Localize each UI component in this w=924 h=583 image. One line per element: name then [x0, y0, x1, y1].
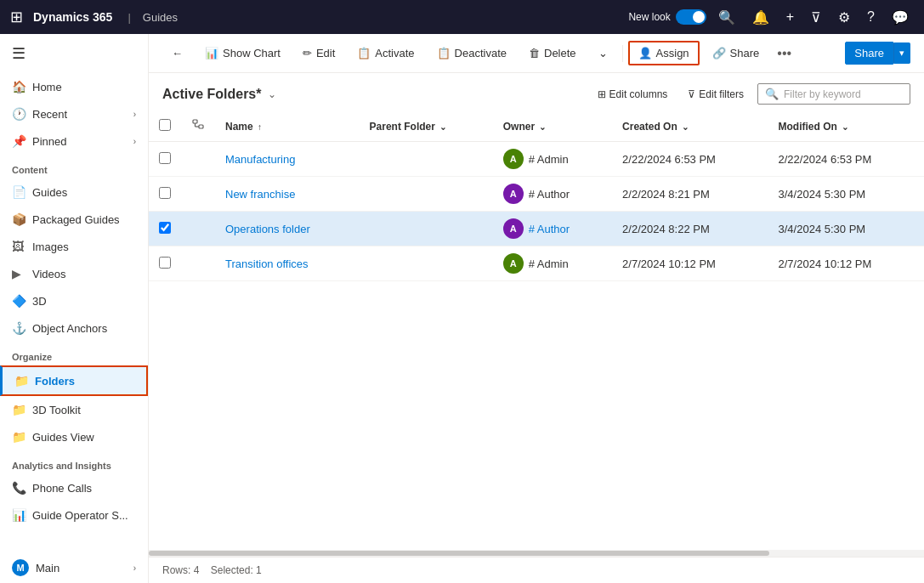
- row-modified-on-cell: 3/4/2024 5:30 PM: [768, 212, 924, 246]
- activate-button[interactable]: 📋 Activate: [348, 42, 423, 65]
- search-icon[interactable]: 🔍: [713, 6, 740, 29]
- created-on-chevron: ⌄: [682, 122, 689, 132]
- sidebar-item-folders[interactable]: 📁 Folders: [0, 365, 148, 396]
- hierarchy-icon: [191, 118, 205, 132]
- select-all-header[interactable]: [149, 111, 181, 142]
- sidebar-item-images[interactable]: 🖼 Images: [0, 233, 148, 260]
- recent-chevron: ›: [133, 110, 136, 119]
- modified-on-header[interactable]: Modified On ⌄: [768, 111, 924, 142]
- sidebar-item-phone-calls[interactable]: 📞 Phone Calls: [0, 474, 148, 501]
- pinned-icon: 📌: [12, 134, 26, 148]
- row-parent-folder-cell: [360, 212, 493, 246]
- row-hierarchy-cell: [181, 246, 215, 281]
- row-name-link[interactable]: Operations folder: [225, 223, 310, 235]
- organize-section-label: Organize: [0, 342, 148, 365]
- toolbar-divider: [622, 45, 623, 62]
- horizontal-scrollbar[interactable]: [149, 550, 924, 557]
- sidebar-item-guides[interactable]: 📄 Guides: [0, 178, 148, 206]
- row-checkbox-cell[interactable]: [149, 212, 181, 246]
- sidebar-item-pinned[interactable]: 📌 Pinned ›: [0, 127, 148, 155]
- row-owner-cell: A # Author: [493, 212, 612, 246]
- show-chart-button[interactable]: 📊 Show Chart: [196, 42, 290, 65]
- assign-icon: 👤: [638, 47, 652, 59]
- row-modified-on-cell: 3/4/2024 5:30 PM: [768, 177, 924, 212]
- share-dropdown-button[interactable]: ▾: [893, 42, 910, 64]
- delete-icon: 🗑: [529, 47, 540, 59]
- assign-button[interactable]: 👤 Assign: [628, 41, 700, 65]
- row-owner-cell: A # Admin: [493, 246, 612, 281]
- owner-header[interactable]: Owner ⌄: [493, 111, 612, 142]
- row-name-link[interactable]: Manufacturing: [225, 153, 295, 166]
- sidebar-item-packaged-guides[interactable]: 📦 Packaged Guides: [0, 206, 148, 233]
- sidebar-item-recent[interactable]: 🕐 Recent ›: [0, 100, 148, 127]
- settings-icon[interactable]: ⚙: [833, 6, 855, 29]
- deactivate-icon: 📋: [437, 47, 451, 59]
- app-name: Guides: [143, 11, 178, 24]
- sidebar-item-object-anchors[interactable]: ⚓ Object Anchors: [0, 314, 148, 342]
- selected-count: Selected: 1: [211, 564, 262, 576]
- delete-button[interactable]: 🗑 Delete: [519, 42, 586, 65]
- row-name-cell: New franchise: [215, 177, 360, 212]
- 3d-icon: 🔷: [12, 294, 26, 308]
- new-look-toggle[interactable]: [676, 9, 706, 25]
- filter-keyword-input[interactable]: [784, 88, 903, 100]
- grid-icon[interactable]: ⊞: [10, 8, 23, 26]
- row-name-link[interactable]: Transition offices: [225, 258, 309, 270]
- sidebar-item-3d[interactable]: 🔷 3D: [0, 287, 148, 314]
- sidebar-item-guide-operator[interactable]: 📊 Guide Operator S...: [0, 501, 148, 529]
- row-name-link[interactable]: New franchise: [225, 188, 295, 201]
- parent-folder-header[interactable]: Parent Folder ⌄: [360, 111, 493, 142]
- row-hierarchy-cell: [181, 177, 215, 212]
- owner-link[interactable]: # Author: [529, 223, 570, 235]
- table-row: New franchise A # Author 2/2/2024 8:21 P…: [149, 177, 924, 212]
- home-icon: 🏠: [12, 80, 26, 93]
- row-created-on-cell: 2/2/2024 8:22 PM: [612, 212, 768, 246]
- sidebar-item-main[interactable]: M Main ›: [0, 552, 148, 583]
- notification-icon[interactable]: 🔔: [747, 6, 774, 29]
- deactivate-button[interactable]: 📋 Deactivate: [428, 42, 516, 65]
- owner-badge: A: [503, 218, 524, 239]
- sidebar-item-3d-toolkit[interactable]: 📁 3D Toolkit: [0, 396, 148, 423]
- row-parent-folder-cell: [360, 177, 493, 212]
- share-button[interactable]: 🔗 Share: [703, 42, 769, 65]
- scroll-thumb[interactable]: [149, 551, 769, 556]
- 3d-toolkit-icon: 📁: [12, 403, 26, 416]
- sidebar-item-home[interactable]: 🏠 Home: [0, 73, 148, 100]
- created-on-header[interactable]: Created On ⌄: [612, 111, 768, 142]
- more-dropdown-button[interactable]: ⌄: [589, 42, 617, 65]
- add-icon[interactable]: +: [781, 6, 799, 28]
- phone-icon: 📞: [12, 481, 26, 495]
- share-main-button[interactable]: Share: [845, 42, 893, 65]
- edit-button[interactable]: ✏ Edit: [293, 42, 344, 65]
- select-all-checkbox[interactable]: [159, 119, 171, 131]
- row-checkbox[interactable]: [159, 187, 171, 199]
- row-modified-on-cell: 2/7/2024 10:12 PM: [768, 246, 924, 281]
- more-actions-button[interactable]: •••: [772, 42, 796, 65]
- packaged-guides-icon: 📦: [12, 212, 26, 226]
- back-button[interactable]: ←: [162, 42, 192, 65]
- sidebar-item-guides-view[interactable]: 📁 Guides View: [0, 423, 148, 450]
- name-header[interactable]: Name ↑: [215, 111, 360, 142]
- row-checkbox-cell[interactable]: [149, 246, 181, 281]
- row-checkbox-cell[interactable]: [149, 142, 181, 177]
- row-checkbox[interactable]: [159, 152, 171, 164]
- row-checkbox[interactable]: [159, 222, 171, 234]
- hamburger-button[interactable]: ☰: [0, 34, 148, 73]
- name-sort-icon: ↑: [258, 122, 262, 132]
- filter-search-icon: 🔍: [765, 88, 779, 100]
- svg-rect-1: [199, 125, 203, 128]
- row-name-cell: Transition offices: [215, 246, 360, 281]
- content-area: ← 📊 Show Chart ✏ Edit 📋 Activate 📋 Deact…: [149, 34, 924, 583]
- edit-columns-button[interactable]: ⊞ Edit columns: [591, 85, 675, 104]
- filter-icon[interactable]: ⊽: [806, 6, 826, 29]
- help-icon[interactable]: ?: [862, 6, 880, 28]
- hierarchy-header[interactable]: [181, 111, 215, 142]
- table-title-chevron[interactable]: ⌄: [268, 88, 276, 100]
- nav-divider: |: [128, 11, 130, 24]
- row-checkbox-cell[interactable]: [149, 177, 181, 212]
- chat-icon[interactable]: 💬: [887, 6, 914, 29]
- edit-filters-button[interactable]: ⊽ Edit filters: [681, 85, 751, 104]
- row-checkbox[interactable]: [159, 257, 171, 269]
- row-hierarchy-cell: [181, 212, 215, 246]
- sidebar-item-videos[interactable]: ▶ Videos: [0, 260, 148, 287]
